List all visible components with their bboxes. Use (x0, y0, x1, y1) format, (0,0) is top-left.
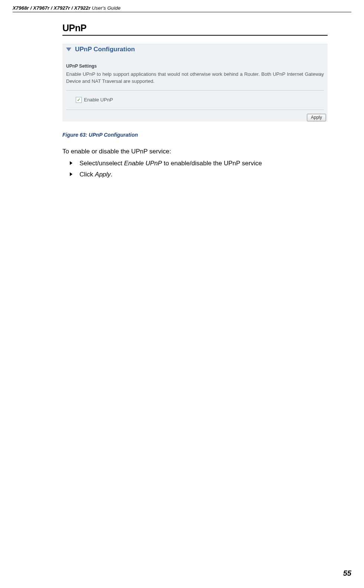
divider-top (66, 90, 324, 91)
header-suffix: User's Guide (91, 5, 121, 11)
list-text-em: Apply (95, 171, 111, 178)
list-text-post: to enable/disable the UPnP service (162, 160, 262, 167)
page-number: 55 (343, 569, 351, 578)
figure-63-upnp-configuration: UPnP Configuration UPnP Settings Enable … (62, 44, 328, 121)
panel-title: UPnP Configuration (75, 45, 135, 54)
dropdown-arrow-icon (66, 48, 71, 51)
enable-upnp-label: Enable UPnP (84, 97, 113, 104)
header-models: X7968r / X7967r / X7927r / X7922r (13, 5, 91, 11)
list-text-em: Enable UPnP (124, 160, 162, 167)
figure-caption: Figure 63: UPnP Configuration (62, 132, 328, 138)
list-text-pre: Select/unselect (79, 160, 124, 167)
list-item: Select/unselect Enable UPnP to enable/di… (62, 160, 328, 167)
checkmark-icon: ✓ (77, 98, 81, 102)
page-header: X7968r / X7967r / X7927r / X7922r User's… (13, 5, 351, 12)
section-title: UPnP (62, 23, 328, 36)
upnp-config-panel: UPnP Configuration UPnP Settings Enable … (62, 44, 328, 121)
divider-bottom (66, 110, 324, 110)
instruction-list: Select/unselect Enable UPnP to enable/di… (62, 160, 328, 178)
instruction-text: To enable or disable the UPnP service: (62, 147, 328, 156)
bullet-marker-icon (70, 172, 72, 176)
upnp-settings-heading: UPnP Settings (62, 56, 328, 70)
bullet-marker-icon (70, 161, 72, 165)
apply-row: Apply (62, 111, 328, 121)
apply-button[interactable]: Apply (307, 114, 326, 121)
list-text-pre: Click (79, 171, 95, 178)
enable-upnp-checkbox[interactable]: ✓ (76, 97, 82, 103)
list-item: Click Apply. (62, 171, 328, 178)
upnp-settings-description: Enable UPnP to help support applications… (62, 70, 328, 89)
enable-upnp-row: ✓ Enable UPnP (62, 92, 328, 108)
list-text-post: . (111, 171, 113, 178)
panel-title-bar: UPnP Configuration (62, 44, 328, 56)
